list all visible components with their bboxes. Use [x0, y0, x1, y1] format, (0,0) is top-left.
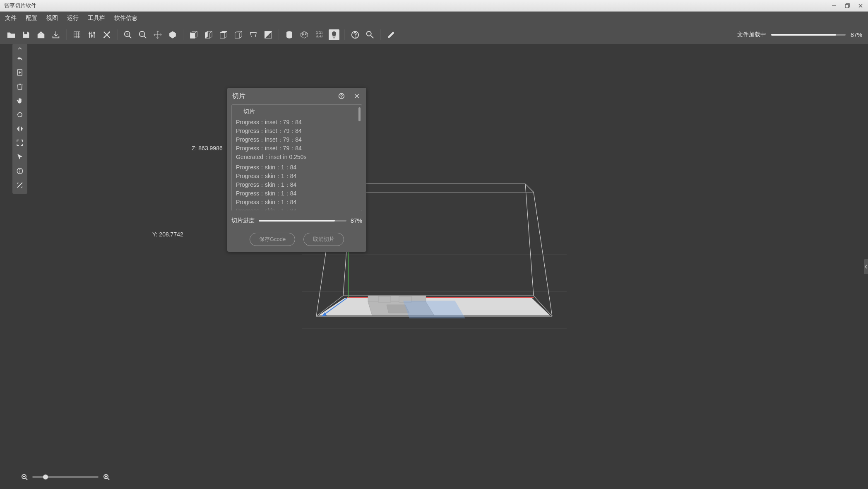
cursor-icon[interactable] [14, 151, 26, 163]
minimize-button[interactable] [829, 2, 839, 10]
svg-point-5 [89, 33, 91, 34]
file-loading-percent: 87% [851, 31, 862, 38]
slice-progress-percent: 87% [351, 217, 362, 224]
menu-run[interactable]: 运行 [67, 14, 79, 22]
repair-icon[interactable] [14, 179, 26, 191]
menu-view[interactable]: 视图 [46, 14, 58, 22]
file-loading-label: 文件加载中 [737, 31, 766, 39]
menu-toolbar[interactable]: 工具栏 [88, 14, 105, 22]
toolbar-separator [380, 29, 381, 40]
grid-icon[interactable] [72, 29, 82, 40]
log-line: Progress：skin：1：84 [236, 198, 361, 207]
add-page-icon[interactable] [14, 66, 26, 79]
slice-progress-row: 切片进度 87% [231, 217, 362, 224]
mirror-icon[interactable] [14, 123, 26, 135]
help-icon[interactable] [350, 29, 361, 40]
zoom-in-small-icon[interactable] [103, 473, 110, 481]
svg-rect-2 [845, 5, 849, 8]
svg-line-9 [129, 36, 132, 38]
move-icon[interactable] [152, 29, 163, 40]
cube-top-icon[interactable] [218, 29, 229, 40]
toolbar-separator [66, 29, 67, 40]
zoom-handle[interactable] [43, 475, 48, 479]
log-line: Progress：inset：79：84 [236, 118, 361, 127]
pan-hand-icon[interactable] [14, 94, 26, 107]
sliders-icon[interactable] [87, 29, 97, 40]
menu-file[interactable]: 文件 [5, 14, 17, 22]
toolbar-separator [344, 29, 345, 40]
svg-point-19 [367, 31, 371, 36]
dialog-separator [348, 92, 348, 100]
svg-line-20 [371, 35, 373, 38]
dialog-help-icon[interactable] [337, 92, 346, 101]
bulb-icon[interactable] [329, 29, 339, 40]
cylinder-icon[interactable] [284, 29, 295, 40]
menu-software-info[interactable]: 软件信息 [114, 14, 137, 22]
svg-point-7 [94, 32, 95, 34]
svg-point-6 [91, 35, 93, 36]
home-icon[interactable] [36, 29, 46, 40]
export-icon[interactable] [50, 29, 61, 40]
undo-icon[interactable] [14, 52, 26, 65]
slice-log: 切片 Progress：inset：79：84Progress：inset：79… [231, 104, 362, 211]
search-tool-icon[interactable] [365, 29, 375, 40]
app-title: 智享切片软件 [2, 2, 826, 10]
zoom-out-small-icon[interactable] [21, 473, 28, 481]
toolbar-separator [183, 29, 183, 40]
viewport-3d[interactable]: Z: 863.9986 Y: 208.7742 切片 切片 [0, 44, 868, 489]
cube-front-icon[interactable] [188, 29, 199, 40]
log-line: Progress：skin：1：84 [236, 172, 361, 181]
save-icon[interactable] [21, 29, 31, 40]
toolbar-separator [279, 29, 279, 40]
cube-solid-icon[interactable] [167, 29, 178, 40]
svg-point-50 [341, 97, 341, 98]
snap-icon[interactable] [314, 29, 325, 40]
log-line: Progress：inset：79：84 [236, 127, 361, 135]
log-heading: 切片 [236, 107, 361, 118]
collapse-up-icon[interactable] [18, 46, 22, 51]
menubar: 文件 配置 视图 运行 工具栏 软件信息 [0, 12, 868, 25]
trash-icon[interactable] [14, 80, 26, 93]
brush-icon[interactable] [386, 29, 397, 40]
zoom-in-icon[interactable] [123, 29, 133, 40]
scene [0, 44, 868, 489]
save-gcode-button[interactable]: 保存Gcode [250, 233, 295, 246]
close-button[interactable] [856, 2, 866, 10]
shade-icon[interactable] [263, 29, 274, 40]
zoom-track[interactable] [32, 476, 99, 478]
cancel-slice-button[interactable]: 取消切片 [303, 233, 344, 246]
svg-marker-35 [403, 301, 465, 318]
dialog-close-icon[interactable] [352, 92, 361, 101]
open-folder-icon[interactable] [6, 29, 17, 40]
log-scrollbar[interactable] [358, 107, 361, 121]
window-titlebar: 智享切片软件 [0, 0, 868, 12]
log-line: Generated：inset in 0.250s [236, 153, 361, 161]
svg-point-18 [355, 36, 356, 37]
file-loading-progress [771, 34, 846, 36]
zoom-slider [21, 473, 110, 481]
rotate-icon[interactable] [14, 108, 26, 121]
grid3d-icon[interactable] [299, 29, 310, 40]
log-line: Progress：skin：1：84 [236, 189, 361, 198]
svg-rect-32 [378, 296, 391, 302]
slice-progress-label: 切片进度 [231, 217, 255, 224]
file-loading: 文件加载中 87% [737, 31, 862, 39]
toolbar-separator [117, 29, 118, 40]
fullscreen-icon[interactable] [14, 137, 26, 149]
info-icon[interactable] [14, 165, 26, 177]
svg-line-13 [144, 36, 147, 38]
cube-persp-icon[interactable] [248, 29, 259, 40]
log-line: Progress：skin：1：84 [236, 163, 361, 172]
cube-left-icon[interactable] [203, 29, 214, 40]
dialog-title: 切片 [232, 92, 334, 101]
zoom-out-icon[interactable] [137, 29, 148, 40]
log-line: Progress：skin：1：84 [236, 181, 361, 189]
log-line: Progress：inset：79：84 [236, 144, 361, 153]
tools-icon[interactable] [101, 29, 112, 40]
right-panel-handle[interactable] [864, 259, 868, 274]
dialog-titlebar: 切片 [227, 88, 366, 104]
slice-progress-track [259, 220, 346, 222]
menu-config[interactable]: 配置 [26, 14, 37, 22]
maximize-button[interactable] [842, 2, 852, 10]
cube-wire-icon[interactable] [233, 29, 244, 40]
